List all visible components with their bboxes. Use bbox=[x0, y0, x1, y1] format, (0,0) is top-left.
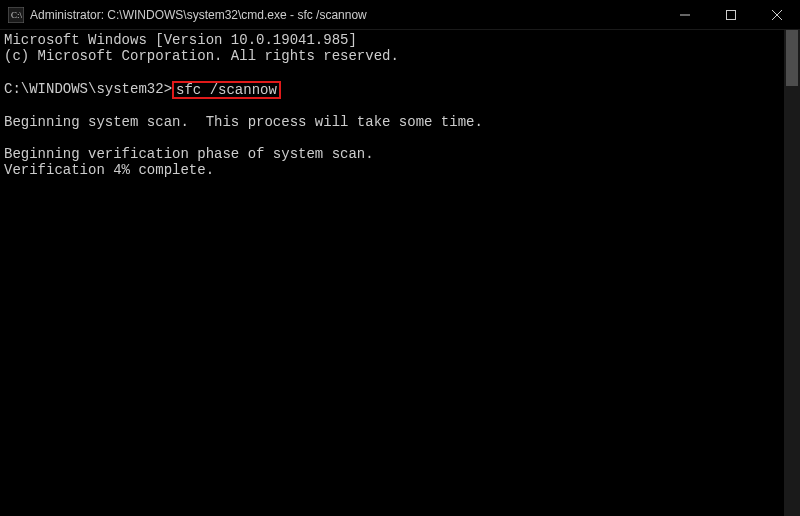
command-text: sfc /scannow bbox=[176, 82, 277, 98]
terminal-output[interactable]: Microsoft Windows [Version 10.0.19041.98… bbox=[0, 30, 784, 516]
prompt-path: C:\WINDOWS\system32> bbox=[4, 81, 172, 97]
verification-begin-line: Beginning verification phase of system s… bbox=[4, 146, 780, 162]
blank-line bbox=[4, 64, 780, 80]
close-button[interactable] bbox=[754, 0, 800, 29]
vertical-scrollbar[interactable] bbox=[784, 30, 800, 516]
command-highlight: sfc /scannow bbox=[172, 81, 281, 99]
cmd-icon: C:\ bbox=[8, 7, 24, 23]
verification-progress-line: Verification 4% complete. bbox=[4, 162, 780, 178]
copyright-line: (c) Microsoft Corporation. All rights re… bbox=[4, 48, 780, 64]
prompt-line: C:\WINDOWS\system32>sfc /scannow bbox=[4, 80, 780, 98]
version-line: Microsoft Windows [Version 10.0.19041.98… bbox=[4, 32, 780, 48]
maximize-button[interactable] bbox=[708, 0, 754, 29]
window-title: Administrator: C:\WINDOWS\system32\cmd.e… bbox=[30, 8, 662, 22]
maximize-icon bbox=[726, 10, 736, 20]
terminal-body: Microsoft Windows [Version 10.0.19041.98… bbox=[0, 30, 800, 516]
scan-begin-line: Beginning system scan. This process will… bbox=[4, 114, 780, 130]
titlebar[interactable]: C:\ Administrator: C:\WINDOWS\system32\c… bbox=[0, 0, 800, 30]
minimize-icon bbox=[680, 10, 690, 20]
svg-rect-3 bbox=[727, 10, 736, 19]
close-icon bbox=[772, 10, 782, 20]
window-controls bbox=[662, 0, 800, 29]
blank-line bbox=[4, 130, 780, 146]
svg-text:C:\: C:\ bbox=[11, 10, 23, 20]
cmd-window: C:\ Administrator: C:\WINDOWS\system32\c… bbox=[0, 0, 800, 516]
blank-line bbox=[4, 98, 780, 114]
scrollbar-thumb[interactable] bbox=[786, 30, 798, 86]
minimize-button[interactable] bbox=[662, 0, 708, 29]
